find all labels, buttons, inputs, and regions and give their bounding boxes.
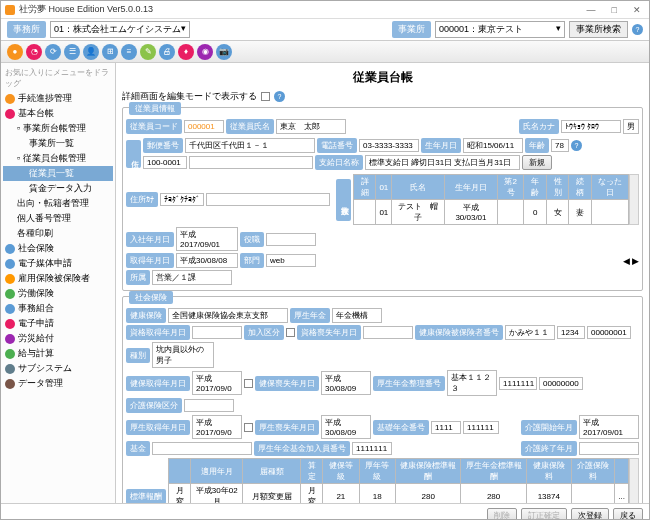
page-title: 従業員台帳 [122, 69, 643, 86]
addr-val: 千代田区千代田１－１ [185, 138, 315, 153]
help-icon[interactable]: ? [632, 24, 643, 35]
window-title: 社労夢 House Edition Ver5.0.0.13 [19, 3, 153, 16]
sidebar-item[interactable]: 電子媒体申請 [3, 256, 113, 271]
emp-code: 000001 [184, 120, 224, 133]
toolbar-icon[interactable]: ⊞ [102, 44, 118, 60]
sidebar-item[interactable]: 出向・転籍者管理 [3, 196, 113, 211]
toolbar-icon[interactable]: 👤 [83, 44, 99, 60]
sidebar-item[interactable]: データ管理 [3, 376, 113, 391]
ks-label: 健康保険 [126, 308, 166, 323]
biz-select[interactable]: 000001：東京テスト▾ [435, 21, 565, 38]
sidebar-item[interactable]: 手続進捗管理 [3, 91, 113, 106]
sidebar-item[interactable]: 電子申請 [3, 316, 113, 331]
sidebar-item[interactable]: サブシステム [3, 361, 113, 376]
section-employee-info: 従業員情報 [129, 102, 181, 115]
sidebar-item[interactable]: 事業所一覧 [3, 136, 113, 151]
scrollbar[interactable] [629, 458, 639, 503]
zip-val: 100-0001 [143, 156, 187, 169]
emp-code-label: 従業員コード [126, 119, 182, 134]
toolbar-icon[interactable]: ☰ [64, 44, 80, 60]
maximize-button[interactable]: □ [608, 5, 621, 15]
addr2-val [189, 156, 313, 169]
sidebar-item[interactable]: ▫ 事業所台帳管理 [3, 121, 113, 136]
confirm-button[interactable]: 訂正確定 [521, 508, 567, 520]
sidebar-item[interactable]: ▫ 従業員台帳管理 [3, 151, 113, 166]
sidebar-item[interactable]: 従業員一覧 [3, 166, 113, 181]
tel-label: 電話番号 [317, 138, 357, 153]
sidebar-hint: お気に入りにメニューをドラッグ [3, 65, 113, 91]
zip-label: 郵便番号 [143, 138, 183, 153]
app-icon [5, 5, 15, 15]
emp-gender: 男 [623, 119, 639, 134]
emp-kana-label: 氏名カナ [519, 119, 559, 134]
office-select[interactable]: 01：株式会社エムケイシステム▾ [50, 21, 190, 38]
payday-label: 支給日名称 [315, 155, 363, 170]
acq-label: 取得年月日 [126, 253, 174, 268]
ky-label: 厚生年金 [290, 308, 330, 323]
toolbar-icon[interactable]: ● [7, 44, 23, 60]
aff-val: 営業／１課 [152, 270, 232, 285]
sidebar-item[interactable]: 労働保険 [3, 286, 113, 301]
prev-icon[interactable]: ◀ [623, 256, 630, 266]
emp-kana: ﾄｳｷｮｳ ﾀﾛｳ [561, 120, 621, 133]
dept-val: web [266, 254, 316, 267]
back-button[interactable]: 戻る [613, 508, 643, 520]
sidebar: お気に入りにメニューをドラッグ 手続進捗管理基本台帳▫ 事業所台帳管理事業所一覧… [1, 63, 116, 503]
sidebar-item[interactable]: 事務組合 [3, 301, 113, 316]
scrollbar[interactable] [629, 174, 639, 225]
sidebar-item[interactable]: 労災給付 [3, 331, 113, 346]
minimize-button[interactable]: ― [583, 5, 600, 15]
sidebar-item[interactable]: 社会保険 [3, 241, 113, 256]
sidebar-item[interactable]: 賃金データ入力 [3, 181, 113, 196]
biz-label: 事業所 [392, 21, 431, 38]
family-label: 扶養家族 [336, 179, 351, 221]
help-icon[interactable]: ? [571, 140, 582, 151]
insurance-table: 適用年月届種類算定健保等級厚年等級健康保険標準報酬厚生年金標準報酬健康保険料介護… [168, 458, 629, 503]
next-register-button[interactable]: 次登録 [571, 508, 609, 520]
checkbox[interactable] [286, 328, 295, 337]
toolbar-icon[interactable]: ♦ [178, 44, 194, 60]
toolbar: ●◔⟳☰👤⊞≡✎🖨♦◉📷 [1, 41, 649, 63]
toolbar-icon[interactable]: 📷 [216, 44, 232, 60]
age-label: 年齢 [525, 138, 549, 153]
sidebar-item[interactable]: 各種印刷 [3, 226, 113, 241]
section-social-insurance: 社会保険 [129, 291, 173, 304]
toolbar-icon[interactable]: ✎ [140, 44, 156, 60]
emp-name-label: 従業員氏名 [226, 119, 274, 134]
close-button[interactable]: ✕ [629, 5, 645, 15]
help-icon[interactable]: ? [274, 91, 285, 102]
toolbar-icon[interactable]: ◉ [197, 44, 213, 60]
join-label: 入社年月日 [126, 232, 174, 247]
aff-label: 所属 [126, 270, 150, 285]
payday-val: 標準支給日 締切日31日 支払日当月31日 [365, 155, 520, 170]
sidebar-item[interactable]: 雇用保険被保険者 [3, 271, 113, 286]
sidebar-item[interactable]: 基本台帳 [3, 106, 113, 121]
biz-search-button[interactable]: 事業所検索 [569, 21, 628, 38]
chiban-val: ﾁﾖﾀﾞｸﾁﾖﾀﾞ [160, 193, 204, 206]
toolbar-icon[interactable]: ≡ [121, 44, 137, 60]
delete-button[interactable]: 削除 [487, 508, 517, 520]
toolbar-icon[interactable]: 🖨 [159, 44, 175, 60]
dept-label: 部門 [240, 253, 264, 268]
age-val: 78 [551, 139, 569, 152]
toolbar-icon[interactable]: ⟳ [45, 44, 61, 60]
join-val: 平成2017/09/01 [176, 227, 238, 251]
edit-mode-checkbox[interactable] [261, 92, 270, 101]
addr-label: 住所 [126, 140, 141, 168]
birth-label: 生年月日 [421, 138, 461, 153]
office-label: 事務所 [7, 21, 46, 38]
family-table: 詳細01氏名生年月日第2号年齢性別続柄なった日01テスト 帽子平成30/03/0… [353, 174, 629, 225]
acq-val: 平成30/08/08 [176, 253, 238, 268]
next-icon[interactable]: ▶ [632, 256, 639, 266]
toolbar-icon[interactable]: ◔ [26, 44, 42, 60]
sidebar-item[interactable]: 個人番号管理 [3, 211, 113, 226]
role-label: 役職 [240, 232, 264, 247]
emp-name: 東京 太郎 [276, 119, 346, 134]
tel-val: 03-3333-3333 [359, 139, 419, 152]
birth-val: 昭和15/06/11 [463, 138, 523, 153]
sidebar-item[interactable]: 給与計算 [3, 346, 113, 361]
addr-kana-label: 住所ｶﾅ [126, 192, 158, 207]
std-rem-label: 標準報酬 [126, 489, 166, 504]
new-button[interactable]: 新規 [522, 155, 552, 170]
